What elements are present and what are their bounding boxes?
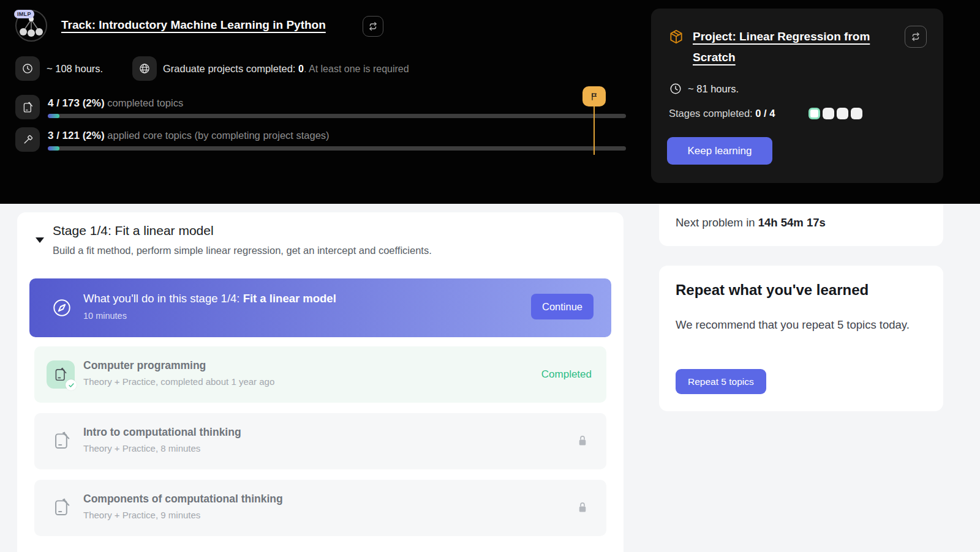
stage-square	[851, 108, 862, 119]
swap-icon	[368, 21, 379, 32]
clock-icon	[21, 62, 34, 75]
change-track-button[interactable]	[363, 16, 383, 37]
stage-square	[823, 108, 834, 119]
stage-progress-squares	[809, 108, 862, 119]
stage-description: Build a fit method, perform simple linea…	[53, 245, 432, 256]
topics-progress-fill	[48, 114, 59, 118]
applied-progress-bar	[48, 146, 626, 151]
graduate-count: 0	[298, 64, 304, 74]
project-card: Project: Linear Regression from Scratch …	[651, 9, 943, 183]
topic-subtitle: Theory + Practice, completed about 1 yea…	[83, 376, 274, 387]
topics-progress-stat: 4 / 173 (2%)	[48, 97, 107, 109]
repeat-card: Repeat what you've learned We recommend …	[659, 266, 943, 411]
milestone-flag-line	[594, 106, 595, 155]
stage-square	[837, 108, 848, 119]
track-logo[interactable]: IMLP	[15, 10, 47, 42]
hammer-icon	[21, 133, 34, 146]
project-hours: ~ 81 hours.	[688, 83, 739, 95]
track-title-link[interactable]: Track: Introductory Machine Learning in …	[61, 18, 326, 32]
stages-completed-label: Stages completed:	[669, 108, 755, 119]
stage-intro-prefix: What you'll do in this stage 1/4:	[83, 292, 243, 305]
stage-intro-duration: 10 minutes	[83, 311, 127, 321]
swap-icon	[910, 31, 921, 42]
repeat-topics-button[interactable]: Repeat 5 topics	[676, 369, 766, 394]
notebook-icon	[53, 367, 69, 382]
topics-progress-label: completed topics	[107, 97, 183, 108]
topic-title: Computer programming	[83, 359, 206, 372]
applied-progress-label: applied core topics (by completing proje…	[107, 130, 329, 141]
completed-check-badge	[66, 379, 77, 390]
keep-learning-button[interactable]: Keep learning	[667, 137, 772, 165]
lock-icon	[577, 500, 588, 515]
collapse-stage-arrow[interactable]	[36, 237, 44, 243]
lock-icon	[577, 433, 588, 448]
applied-progress-stat: 3 / 121 (2%)	[48, 130, 107, 141]
graduate-label: Graduate projects completed:	[163, 63, 298, 74]
topic-title: Intro to computational thinking	[83, 426, 241, 439]
stages-completed-text: Stages completed: 0 / 4	[669, 108, 775, 119]
stages-completed-value: 0 / 4	[755, 108, 775, 119]
check-icon	[68, 382, 75, 389]
milestone-flag-badge	[582, 86, 606, 106]
applied-progress-text: 3 / 121 (2%) applied core topics (by com…	[48, 130, 330, 142]
graduate-projects-text: Graduate projects completed: 0. At least…	[163, 63, 409, 75]
next-problem-card: Next problem in 14h 54m 17s	[659, 204, 943, 246]
project-title-link[interactable]: Project: Linear Regression from Scratch	[693, 26, 880, 68]
track-logo-circle: IMLP	[15, 10, 47, 42]
topic-row-computer-programming[interactable]: Computer programming Theory + Practice, …	[34, 346, 606, 403]
stage-panel: Stage 1/4: Fit a linear model Build a fi…	[17, 212, 624, 552]
change-project-button[interactable]	[905, 26, 927, 48]
globe-chip	[132, 56, 157, 81]
track-hours: ~ 108 hours.	[47, 63, 103, 75]
stage-intro-bold: Fit a linear model	[243, 292, 336, 305]
topic-row-components-computational-thinking[interactable]: Components of computational thinking The…	[34, 480, 606, 536]
graduate-suffix: . At least one is required	[304, 64, 409, 74]
lock-icon-wrap	[577, 433, 588, 450]
globe-icon	[138, 62, 151, 75]
next-problem-countdown: 14h 54m 17s	[758, 216, 826, 229]
topic-row-intro-computational-thinking[interactable]: Intro to computational thinking Theory +…	[34, 413, 606, 469]
notebook-icon	[21, 101, 34, 114]
lock-icon-wrap	[577, 500, 588, 517]
project-cube-icon	[668, 29, 684, 45]
stage-square-current	[809, 108, 820, 119]
topics-progress-text: 4 / 173 (2%) completed topics	[48, 97, 183, 110]
topic-subtitle: Theory + Practice, 8 minutes	[83, 443, 200, 453]
compass-icon	[51, 297, 72, 318]
topics-progress-bar	[48, 114, 626, 118]
clock-icon	[669, 82, 682, 95]
topic-subtitle: Theory + Practice, 9 minutes	[83, 510, 200, 520]
next-problem-text: Next problem in 14h 54m 17s	[676, 216, 826, 229]
notebook-icon	[51, 430, 72, 451]
repeat-card-body: We recommend that you repeat 5 topics to…	[676, 315, 927, 335]
continue-button[interactable]: Continue	[531, 294, 594, 319]
topic-icon-container	[47, 360, 75, 389]
topic-title: Components of computational thinking	[83, 493, 283, 505]
next-problem-prefix: Next problem in	[676, 216, 758, 229]
topics-chip	[15, 95, 40, 119]
flag-icon	[589, 91, 600, 102]
topic-status-badge: Completed	[541, 368, 592, 381]
repeat-card-title: Repeat what you've learned	[676, 282, 869, 299]
stage-intro-text: What you'll do in this stage 1/4: Fit a …	[83, 292, 336, 305]
stage-intro-banner: What you'll do in this stage 1/4: Fit a …	[29, 278, 611, 337]
applied-progress-fill	[48, 146, 59, 151]
track-logo-badge: IMLP	[14, 10, 34, 18]
applied-chip	[15, 127, 40, 152]
notebook-icon	[51, 497, 72, 518]
stage-title: Stage 1/4: Fit a linear model	[53, 223, 214, 238]
clock-chip	[15, 56, 40, 81]
